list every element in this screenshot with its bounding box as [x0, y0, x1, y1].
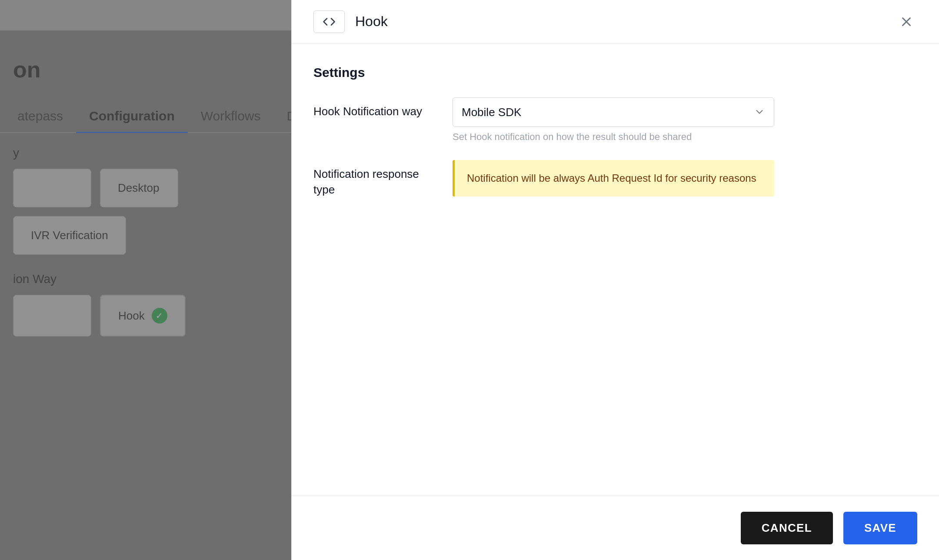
hook-notification-label: Hook Notification way: [313, 97, 435, 119]
background-panel: on atepass Configuration Workflows Devel…: [0, 0, 291, 560]
close-button[interactable]: [896, 11, 917, 33]
modal-header-left: Hook: [313, 10, 388, 33]
dim-overlay: [0, 0, 291, 560]
close-icon: [899, 14, 914, 29]
notification-response-label: Notification response type: [313, 160, 435, 198]
notification-response-row: Notification response type Notification …: [313, 160, 917, 198]
hook-notification-value: Mobile SDK Push Notification SMS Email S…: [453, 97, 917, 143]
notification-info-text: Notification will be always Auth Request…: [467, 172, 756, 184]
settings-heading: Settings: [313, 65, 917, 80]
save-button[interactable]: SAVE: [843, 512, 917, 544]
hook-notification-row: Hook Notification way Mobile SDK Push No…: [313, 97, 917, 143]
modal-body: Settings Hook Notification way Mobile SD…: [292, 43, 939, 496]
modal-footer: CANCEL SAVE: [292, 496, 939, 560]
hook-notification-dropdown[interactable]: Mobile SDK Push Notification SMS Email: [453, 97, 774, 127]
modal-header: Hook: [292, 0, 939, 43]
hook-settings-panel: Hook Settings Hook Notification way Mobi…: [291, 0, 939, 560]
notification-response-value: Notification will be always Auth Request…: [453, 160, 917, 197]
hook-notification-helper: Set Hook notification on how the result …: [453, 131, 917, 143]
notification-info-box: Notification will be always Auth Request…: [453, 160, 774, 197]
cancel-button[interactable]: CANCEL: [741, 512, 833, 544]
dropdown-wrapper: Mobile SDK Push Notification SMS Email: [453, 97, 774, 127]
modal-title: Hook: [355, 13, 388, 30]
code-icon: [323, 15, 336, 28]
code-icon-button[interactable]: [313, 10, 345, 33]
